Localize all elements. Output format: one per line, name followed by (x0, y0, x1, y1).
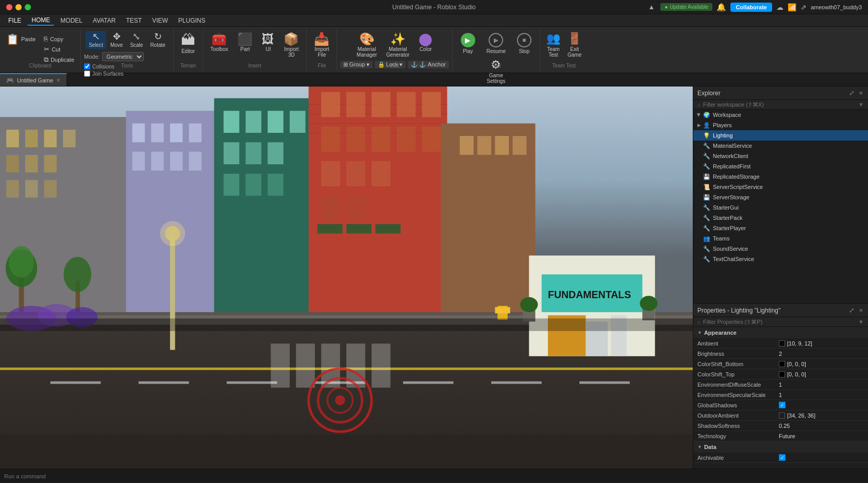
properties-filter-input[interactable] (703, 319, 856, 325)
prop-section-data[interactable]: ▼Data (693, 441, 868, 453)
tree-item-starterpack[interactable]: ▶🔧StarterPack (693, 213, 868, 223)
cloud-icon[interactable]: ☁ (776, 3, 783, 11)
team-test-button[interactable]: 👥 TeamTest (543, 31, 563, 59)
toolbox-button[interactable]: 🧰 Toolbox (206, 31, 232, 54)
tree-item-startergui[interactable]: ▶🔧StarterGui (693, 202, 868, 213)
color-button[interactable]: ⬤ Color (414, 31, 437, 54)
join-surfaces-checkbox[interactable] (84, 71, 90, 77)
tree-item-workspace[interactable]: ▶🌍Workspace (693, 110, 868, 120)
fullscreen-button[interactable] (25, 4, 31, 10)
prop-filter-dropdown-icon[interactable]: ▼ (858, 319, 864, 325)
prop-value[interactable]: ✓ (776, 402, 868, 408)
stop-button[interactable]: ■ Stop (512, 31, 537, 56)
properties-close-icon[interactable]: × (858, 305, 864, 315)
prop-row-globalshadows[interactable]: GlobalShadows✓ (693, 400, 868, 410)
prop-value[interactable]: [34, 26, 36] (776, 412, 868, 419)
prop-row-ambient[interactable]: Ambient[10, 9, 12] (693, 338, 868, 349)
tree-item-materialservice[interactable]: ▶🔧MaterialService (693, 141, 868, 151)
prop-row-colorshift-top[interactable]: ColorShift_Top[0, 0, 0] (693, 369, 868, 380)
menu-model[interactable]: MODEL (56, 16, 87, 25)
tree-item-serverscriptservice[interactable]: ▶📜ServerScriptService (693, 182, 868, 192)
copy-button[interactable]: ⎘ Copy (41, 34, 77, 44)
svg-rect-57 (372, 161, 391, 186)
explorer-expand-icon[interactable]: ⤢ (848, 88, 856, 98)
prop-value[interactable]: [10, 9, 12] (776, 340, 868, 347)
minimize-button[interactable] (15, 4, 22, 10)
prop-row-colorshift-bottom[interactable]: ColorShift_Bottom[0, 0, 0] (693, 359, 868, 369)
play-button[interactable]: ▶ Play (456, 31, 480, 56)
svg-rect-67 (513, 136, 527, 155)
material-manager-button[interactable]: 🎨 MaterialManager (353, 31, 381, 60)
svg-rect-35 (246, 142, 262, 164)
cut-button[interactable]: ✂ Cut (41, 44, 77, 54)
prop-row-shadowsoftness[interactable]: ShadowSoftness0.25 (693, 421, 868, 431)
move-button[interactable]: ✥ Move (107, 31, 126, 49)
material-generator-button[interactable]: ✨ MaterialGenerator (382, 31, 413, 60)
menu-home[interactable]: HOME (27, 15, 54, 26)
prop-row-archivable[interactable]: Archivable✓ (693, 453, 868, 463)
properties-expand-icon[interactable]: ⤢ (848, 305, 856, 315)
notification-bell-icon[interactable]: 🔔 (716, 3, 726, 12)
tab-untitled-game[interactable]: 🎮 Untitled Game × (0, 73, 67, 86)
tree-item-networkclient[interactable]: ▶🔧NetworkClient (693, 151, 868, 161)
exit-game-button[interactable]: 🚪 ExitGame (564, 31, 585, 59)
tree-item-soundservice[interactable]: ▶🔧SoundService (693, 244, 868, 254)
menu-view[interactable]: VIEW (148, 16, 172, 25)
menu-avatar[interactable]: AVATAR (89, 16, 120, 25)
command-input[interactable] (4, 473, 864, 479)
collisions-checkbox[interactable] (84, 63, 90, 70)
editor-icon: 🏔 (181, 33, 195, 47)
import-3d-button[interactable]: 📦 Import3D (279, 31, 303, 60)
prop-checkbox[interactable]: ✓ (779, 454, 786, 461)
tree-item-replicatedstorage[interactable]: ▶💾ReplicatedStorage (693, 171, 868, 182)
prop-value[interactable]: ✓ (776, 454, 868, 461)
prop-value[interactable]: [0, 0, 0] (776, 361, 868, 367)
menu-test[interactable]: TEST (122, 16, 146, 25)
ui-button[interactable]: 🖼 UI (258, 31, 278, 54)
resume-icon: ▶ (489, 33, 503, 47)
resume-button[interactable]: ▶ Resume (481, 31, 511, 56)
prop-row-environmentdiffusescale[interactable]: EnvironmentDiffuseScale1 (693, 380, 868, 390)
tab-close-icon[interactable]: × (56, 77, 60, 83)
anchor-button[interactable]: ⚓ ⚓ Anchor (408, 61, 448, 68)
explorer-filter-icon[interactable]: ▼ (858, 101, 864, 108)
signal-icon[interactable]: 📶 (788, 3, 796, 11)
prop-checkbox[interactable]: ✓ (779, 402, 786, 408)
prop-row-environmentspecularscale[interactable]: EnvironmentSpecularScale1 (693, 390, 868, 400)
explorer-close-icon[interactable]: × (858, 88, 864, 98)
game-settings-button[interactable]: ⚙ GameSettings (483, 57, 508, 85)
tree-arrow[interactable]: ▶ (695, 111, 703, 118)
rotate-button[interactable]: ↻ Rotate (147, 31, 168, 49)
tree-item-replicatedfirst[interactable]: ▶🔧ReplicatedFirst (693, 161, 868, 171)
tree-item-teams[interactable]: ▶👥Teams (693, 233, 868, 244)
part-button[interactable]: ⬛ Part (233, 31, 257, 54)
import-file-button[interactable]: 📥 ImportFile (310, 31, 333, 60)
explorer-filter-input[interactable] (703, 101, 856, 108)
paste-button[interactable]: 📋 Paste (3, 32, 39, 46)
mode-dropdown[interactable]: Geometric (102, 52, 144, 61)
tree-item-serverstorage[interactable]: ▶💾ServerStorage (693, 192, 868, 202)
viewport[interactable]: FUNDAMENTALS (0, 87, 693, 469)
material-generator-icon: ✨ (390, 33, 406, 45)
tree-item-starterplayer[interactable]: ▶🔧StarterPlayer (693, 223, 868, 233)
prop-row-outdoorambient[interactable]: OutdoorAmbient[34, 26, 36] (693, 410, 868, 421)
prop-row-brightness[interactable]: Brightness2 (693, 349, 868, 359)
prop-section-appearance[interactable]: ▼Appearance (693, 327, 868, 338)
close-button[interactable] (6, 4, 12, 10)
scale-button[interactable]: ⤡ Scale (127, 31, 146, 49)
tree-item-lighting[interactable]: ▶💡Lighting (693, 130, 868, 141)
share-icon[interactable]: ⇗ (800, 3, 807, 11)
select-button[interactable]: ↖ Select (86, 31, 106, 49)
menu-file[interactable]: FILE (4, 16, 25, 25)
tree-item-players[interactable]: ▶👤Players (693, 120, 868, 130)
prop-row-technology[interactable]: TechnologyFuture (693, 431, 868, 441)
prop-value[interactable]: [0, 0, 0] (776, 371, 868, 377)
update-badge[interactable]: ● Update Available (660, 3, 712, 11)
collaborate-button[interactable]: Collaborate (730, 3, 772, 12)
menu-plugins[interactable]: PLUGINS (174, 16, 210, 25)
group-dropdown-button[interactable]: ⊞ Group ▾ (340, 61, 373, 68)
tree-node-icon: 🔧 (703, 142, 711, 150)
tree-item-textchatservice[interactable]: ▶🔧TextChatService (693, 254, 868, 264)
tree-arrow[interactable]: ▶ (695, 122, 703, 129)
editor-button[interactable]: 🏔 Editor (177, 31, 199, 56)
